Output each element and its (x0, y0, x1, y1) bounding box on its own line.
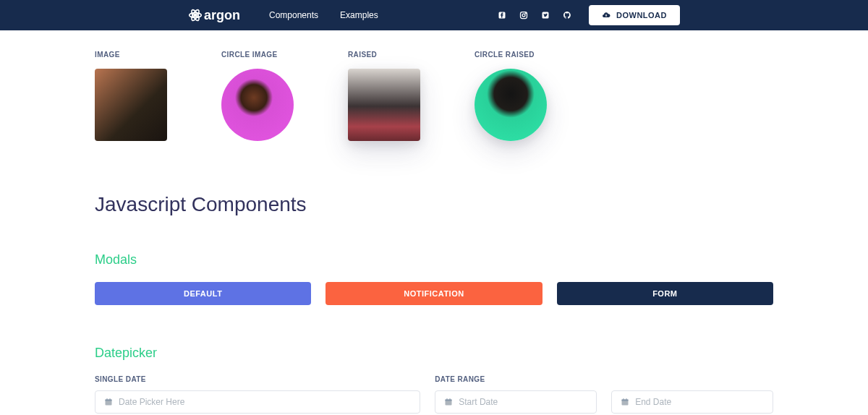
brand[interactable]: argon (188, 8, 240, 23)
sample-image-square (95, 69, 167, 141)
nav-link-examples[interactable]: Examples (340, 10, 378, 20)
nav-links: Components Examples (269, 10, 498, 20)
raised-label: RAISED (348, 51, 420, 59)
modal-form-button[interactable]: FORM (557, 282, 773, 305)
start-date-input[interactable] (459, 397, 587, 407)
circle-image-label: CIRCLE IMAGE (221, 51, 294, 59)
modals-title: Modals (95, 252, 773, 268)
download-button[interactable]: DOWNLOAD (589, 5, 680, 25)
end-date-input[interactable] (635, 397, 764, 407)
calendar-icon (104, 398, 113, 406)
single-date-input[interactable] (119, 397, 411, 407)
sample-image-circle-raised (475, 69, 547, 141)
svg-rect-11 (107, 398, 108, 400)
cloud-download-icon (602, 11, 610, 20)
modal-notification-button[interactable]: NOTIFICATION (326, 282, 542, 305)
brand-text: argon (204, 8, 240, 23)
modal-buttons-row: DEFAULT NOTIFICATION FORM (95, 282, 773, 305)
nav-link-components[interactable]: Components (269, 10, 318, 20)
svg-rect-14 (446, 400, 452, 401)
images-row: IMAGE CIRCLE IMAGE RAISED CIRCLE RAISED (95, 51, 773, 141)
js-components-title: Javascript Components (95, 193, 773, 216)
twitter-icon[interactable] (541, 11, 550, 20)
datepicker-title: Datepicker (95, 346, 773, 361)
modal-default-button[interactable]: DEFAULT (95, 282, 311, 305)
single-date-input-wrap[interactable] (95, 390, 420, 414)
svg-rect-19 (624, 398, 624, 400)
github-icon[interactable] (563, 11, 571, 20)
svg-rect-15 (447, 398, 448, 400)
image-label: IMAGE (95, 51, 167, 59)
end-date-input-wrap[interactable] (611, 390, 773, 414)
single-date-label: SINGLE DATE (95, 375, 420, 383)
svg-point-7 (525, 13, 526, 14)
nav-social-icons (498, 11, 571, 20)
calendar-icon (621, 398, 629, 406)
svg-rect-18 (622, 400, 629, 401)
svg-rect-10 (106, 400, 112, 401)
download-label: DOWNLOAD (616, 11, 667, 20)
svg-point-6 (522, 14, 525, 17)
svg-rect-20 (626, 398, 627, 400)
calendar-icon (444, 398, 453, 406)
svg-rect-16 (450, 398, 451, 400)
argon-logo-icon (188, 8, 203, 22)
svg-rect-12 (110, 398, 111, 400)
start-date-input-wrap[interactable] (435, 390, 597, 414)
sample-image-circle (221, 69, 294, 141)
circle-raised-label: CIRCLE RAISED (475, 51, 547, 59)
svg-point-0 (194, 14, 196, 16)
datepicker-row: SINGLE DATE DATE RANGE (95, 375, 773, 414)
date-range-label: DATE RANGE (435, 375, 773, 383)
navbar: argon Components Examples DOWNLOAD (0, 0, 868, 30)
facebook-icon[interactable] (498, 11, 506, 20)
instagram-icon[interactable] (519, 11, 528, 20)
sample-image-raised (348, 69, 420, 141)
